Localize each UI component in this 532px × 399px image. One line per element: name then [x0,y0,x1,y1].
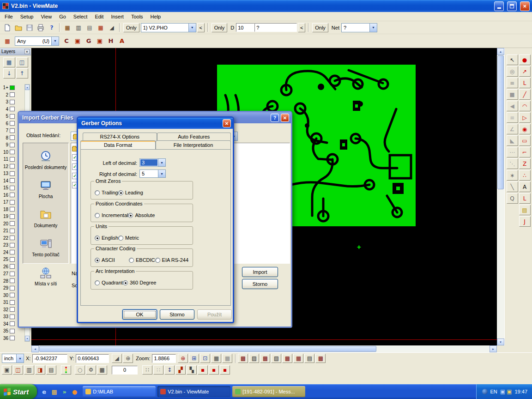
radio-option[interactable]: EBCDIC [129,257,155,263]
radio-option[interactable]: Metric [118,235,139,241]
only-net-toggle[interactable]: Only [312,23,328,32]
red-mark-2-icon[interactable]: ▪ [209,365,219,375]
chevron-down-icon[interactable]: ▼ [158,170,165,177]
layer-color-swatch[interactable] [10,278,15,283]
pad-grid-icon[interactable]: ▦ [95,22,106,33]
measure-corner-icon[interactable]: ◢ [106,22,117,33]
query-tool-icon[interactable]: Q [507,193,518,204]
layers-panel-header[interactable]: Layers × [0,48,31,55]
ok-button[interactable]: OK [122,309,157,320]
layer-color-swatch[interactable] [10,336,15,340]
layer-table-icon[interactable]: ▦ [3,57,15,67]
menu-help[interactable]: Help [147,13,165,20]
zoom-in-icon[interactable]: ⊕ [178,354,188,363]
draw-mode-2-icon[interactable]: ▨ [249,354,259,363]
layer-color-swatch[interactable] [10,178,15,183]
chevron-down-icon[interactable]: ▼ [188,24,196,32]
task-message[interactable]: [191-482-091] - Mess... [232,386,305,397]
draw-mode-6-icon[interactable]: ▦ [293,354,303,363]
layer-color-swatch[interactable] [10,100,15,104]
layer-color-swatch[interactable] [10,329,15,333]
place-documents[interactable]: Dokumenty [24,209,68,228]
tab[interactable]: RS274-X Options [83,133,157,140]
tab[interactable]: File Interpretation [156,140,231,149]
layer-color-swatch[interactable] [10,286,15,290]
save-icon[interactable] [24,22,35,33]
task-viewmate[interactable]: V2.bin - ViewMate [157,386,230,397]
layer-color-swatch[interactable] [10,186,15,190]
layer-row[interactable]: 35 [0,327,23,335]
radio-option[interactable]: EIA RS-244 [155,257,188,263]
close-icon[interactable]: ✕ [223,119,231,127]
right-of-decimal-combo[interactable]: 5 ▼ [139,169,166,178]
open-file-icon[interactable] [13,22,24,33]
text-select-icon[interactable]: A [116,36,127,46]
selection-grid-icon[interactable]: ▦ [2,36,13,46]
layer-color-swatch[interactable] [10,107,15,111]
layer-color-swatch[interactable] [10,272,15,276]
cancel-button[interactable]: Storno [242,279,278,289]
menu-select[interactable]: Select [70,13,91,20]
dimension-tool-icon[interactable]: L [519,193,531,204]
line-tool-icon[interactable]: ↗ [519,66,531,77]
chevron-down-icon[interactable]: ▼ [51,37,59,45]
layer-row[interactable]: 36 [0,335,23,342]
draw-mode-7-icon[interactable]: ▤ [304,354,314,363]
scroll-down-icon[interactable]: ▼ [497,339,504,345]
print-icon[interactable] [35,22,46,33]
previous-layer-button[interactable]: < [197,23,205,32]
origin-target-icon[interactable]: ⊕ [123,354,133,363]
layer-ref-icon[interactable]: ▤ [46,365,56,375]
scroll-track[interactable] [377,345,490,352]
layer-color-swatch[interactable] [10,321,15,326]
select-tool-icon[interactable]: ↖ [507,54,518,65]
minimize-button[interactable] [494,1,504,11]
tab[interactable]: Auto Features [157,133,231,140]
new-file-icon[interactable] [2,22,13,33]
chevron-down-icon[interactable]: ▼ [158,159,165,166]
menu-setup[interactable]: Setup [17,13,37,20]
radio-option[interactable]: 360 Degree [123,280,157,285]
help-icon[interactable]: ? [271,114,279,122]
layer-color-swatch[interactable] [10,243,15,248]
radio-option[interactable]: ASCII [95,257,129,263]
diagonal-measure-icon[interactable]: ◢ [112,354,122,363]
film-settings-icon[interactable]: ▤ [84,22,95,33]
layer-color-swatch[interactable] [10,221,15,226]
layer-color-swatch[interactable] [10,121,15,126]
red-mark-1-icon[interactable]: ▪ [198,365,208,375]
scroll-track[interactable] [497,190,504,339]
dcode-table-icon[interactable]: ▥ [73,22,84,33]
dot-grid-fine-icon[interactable]: ∷ [142,365,152,375]
text-tool-icon[interactable]: A [519,181,531,192]
menu-view[interactable]: View [37,13,55,20]
maximize-button[interactable] [507,1,517,11]
chevron-down-icon[interactable]: ▼ [16,354,24,363]
horizontal-scroll-thumb[interactable] [39,346,376,352]
lamp-icon[interactable]: ○ [75,365,85,375]
layer-color-swatch[interactable] [10,300,15,305]
import-button[interactable]: Import [242,267,278,277]
layer-row[interactable]: 2 [0,91,23,99]
gerber-select-icon[interactable]: G [83,36,94,46]
start-button[interactable]: Start [0,384,37,399]
arc-tool-icon[interactable]: ◠ [519,101,531,111]
only-dcode-toggle[interactable]: Only [212,23,228,32]
up-down-icon[interactable]: ↕ [164,365,175,375]
hole-select-icon[interactable]: H [105,36,116,46]
cancel-button[interactable]: Storno [160,309,194,320]
radio-option[interactable]: Trailing [95,190,118,195]
layer-color-swatch[interactable] [10,307,15,312]
angle-tool-icon[interactable]: ∠ [507,124,518,134]
layer-color-swatch[interactable] [10,229,15,233]
layer-order-icon[interactable]: ◫ [16,57,28,67]
grid-view-icon[interactable]: ▦ [211,354,221,363]
language-indicator[interactable]: EN [490,389,497,394]
pad-pair-select-icon[interactable]: ▣ [72,36,83,46]
probe-icon[interactable]: Φ [86,365,96,375]
apply-button[interactable]: Použít [197,309,232,320]
dcode-input[interactable]: 10 [236,23,254,32]
desktop-quicklaunch-icon[interactable]: » [60,387,69,396]
menu-tools[interactable]: Tools [127,13,147,20]
layer-up-icon[interactable]: ↑ [16,68,28,79]
